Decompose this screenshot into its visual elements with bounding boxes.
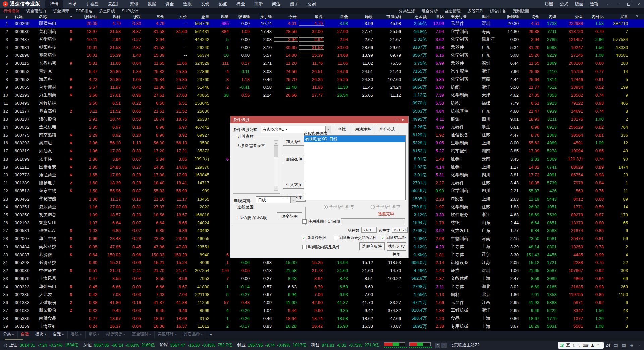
col-header-cur[interactable]: 现量 <box>211 14 231 20</box>
cell-turn[interactable]: 0.57 <box>252 284 274 289</box>
cell-name[interactable]: 威尔药业 <box>34 204 67 210</box>
usage-note-button[interactable]: 用法注释 <box>352 126 374 133</box>
cell-pct[interactable]: 1.16 <box>75 204 99 209</box>
cell-idx[interactable]: 35 <box>0 292 10 297</box>
cell-bvol[interactable]: 9 <box>606 93 630 98</box>
cell-inv[interactable]: 1738 <box>541 21 559 26</box>
cell-turn[interactable]: 0.93 <box>252 260 274 265</box>
cell-spd[interactable]: 1.09 <box>231 29 252 34</box>
cell-name[interactable]: 天键股份 <box>34 300 67 306</box>
cell-bvol[interactable]: 59 <box>606 236 630 241</box>
cell-price[interactable]: 16.37 <box>99 324 123 329</box>
cell-price[interactable]: 18.39 <box>99 180 123 185</box>
cell-vol[interactable]: 221108 <box>189 292 211 297</box>
cell-outv[interactable]: 7978 <box>559 180 585 185</box>
index-quote-深证[interactable]: 深证9867.85-60.14-0.61%2169亿 <box>83 342 155 348</box>
cell-ampl[interactable]: 5.50 <box>497 85 521 90</box>
cell-buy[interactable]: 11.65 <box>143 61 166 66</box>
cell-price[interactable]: 11.87 <box>99 85 123 90</box>
cell-avg[interactable]: 16.29 <box>521 324 541 329</box>
col-header-prev[interactable]: 昨收 <box>350 14 375 20</box>
cell-reg[interactable]: 广东 <box>477 108 497 114</box>
cell-spd[interactable]: -0.17 <box>231 324 252 329</box>
cell-pct[interactable]: 1.58 <box>75 188 99 193</box>
cell-chg[interactable]: 0.29 <box>123 180 143 185</box>
cell-open[interactable]: 26.66 <box>274 93 299 98</box>
cell-high[interactable]: 8.64 <box>299 276 325 281</box>
cell-pct[interactable]: 0.95 <box>75 244 99 249</box>
toolbar-item[interactable]: 资金博弈 <box>50 8 72 14</box>
cell-pct[interactable]: 0.24 <box>75 324 99 329</box>
cell-prev[interactable]: 24.51 <box>350 69 375 74</box>
cell-reg[interactable]: 浙江 <box>477 307 497 313</box>
cell-high[interactable]: 2.94 <box>299 37 325 42</box>
cell-prev[interactable]: 41.70 <box>350 300 375 305</box>
cell-outv[interactable]: 203160 <box>559 61 585 66</box>
cell-idx[interactable]: 20 <box>0 172 10 177</box>
cell-buy[interactable]: 8.55 <box>143 276 166 281</box>
table-row[interactable]: 3002437誉衡药业R10.112.940.272.94--44424250.… <box>0 35 644 43</box>
cell-idx[interactable]: 3 <box>0 37 10 42</box>
cell-ratio[interactable]: 1.08 <box>585 53 606 58</box>
cell-vol[interactable]: 207254 <box>189 268 211 273</box>
cell-avg[interactable]: 18.67 <box>521 316 541 321</box>
cell-high[interactable]: 31.53 <box>299 45 325 50</box>
cell-qr[interactable]: 2.27 <box>429 180 446 185</box>
cell-name[interactable]: 大北农 <box>34 292 67 298</box>
cell-chg[interactable]: 0.29 <box>123 172 143 177</box>
cell-name[interactable]: 长盈精密 <box>34 60 67 67</box>
cell-avg[interactable]: 2.94 <box>521 37 541 42</box>
filter-caret-icon[interactable]: ▼ <box>1 16 8 19</box>
cell-avg[interactable]: 55.62 <box>521 140 541 145</box>
cell-price[interactable]: 14.85 <box>99 165 123 170</box>
cell-chg[interactable]: 0.03 <box>123 308 143 313</box>
cell-mark[interactable]: R <box>67 173 75 177</box>
cell-vol[interactable]: 27866 <box>189 69 211 74</box>
cell-idx[interactable]: 14 <box>0 125 10 130</box>
toolbar-item[interactable]: SUP统计 <box>118 8 142 14</box>
checkbox-updown-period[interactable]: 使用涨跌不定周期 <box>302 219 340 224</box>
cell-pct[interactable]: 4.23 <box>75 77 99 82</box>
cell-pct[interactable]: 1.65 <box>75 172 99 177</box>
cell-outv[interactable]: 222988 <box>559 21 585 26</box>
cell-inv[interactable]: 5443 <box>541 196 559 202</box>
cell-inv[interactable]: 9229 <box>541 53 559 58</box>
cell-amt[interactable]: 8567万 <box>403 52 429 58</box>
cell-mark[interactable]: K <box>67 141 75 145</box>
cell-high[interactable]: 26.35 <box>299 77 325 82</box>
cell-idx[interactable]: 19 <box>0 165 10 170</box>
cell-ampl[interactable]: 3.81 <box>497 172 521 177</box>
cell-name[interactable]: 华灿光电 <box>34 283 67 290</box>
cell-ind[interactable]: 半导体 <box>446 283 477 290</box>
cell-chg[interactable]: 0.03 <box>123 292 143 297</box>
execute-pick-button[interactable]: 执行选股 <box>387 242 406 250</box>
toolbar-item[interactable]: DDE排名 <box>72 8 96 14</box>
cell-buy[interactable]: 31.58 <box>143 29 166 34</box>
tray-icon-0[interactable]: ▤ <box>614 343 618 348</box>
cell-bvol[interactable]: 336 <box>606 133 630 138</box>
cell-pct[interactable]: 0.43 <box>75 292 99 297</box>
cell-turn[interactable]: 4.09 <box>252 300 274 305</box>
cell-ampl[interactable]: 2.44 <box>497 220 521 225</box>
cell-outv[interactable]: 119755 <box>559 292 585 297</box>
cell-idx[interactable]: 31 <box>0 260 10 265</box>
cell-sell[interactable]: 23.49 <box>166 236 189 241</box>
cell-qr[interactable]: 1.48 <box>429 157 446 162</box>
toolbar-item[interactable]: 多股同列 <box>464 8 487 14</box>
cell-vol[interactable]: 11612 <box>189 324 211 329</box>
cell-chg[interactable]: 2.87 <box>123 45 143 50</box>
cell-amt[interactable]: 588.4万 <box>403 315 429 321</box>
cell-code[interactable]: 600137 <box>10 117 34 122</box>
menu-item[interactable]: 问达 <box>267 0 285 8</box>
cell-inv[interactable]: 3089 <box>541 276 559 281</box>
cell-amt[interactable]: 7155万 <box>403 68 429 74</box>
table-row[interactable]: 1300269联建光电20.054.790.804.79--5647266850… <box>0 19 644 28</box>
cell-idx[interactable]: 39 <box>0 324 10 329</box>
cell-reg[interactable]: 广东 <box>477 44 497 50</box>
cell-idx[interactable]: 4 <box>0 45 10 50</box>
cell-inv[interactable]: 0939 <box>541 108 559 114</box>
cell-cur[interactable]: 685 <box>211 21 231 26</box>
cell-chg[interactable]: 0.20 <box>123 133 143 138</box>
col-header-ratio[interactable]: 内外比 <box>585 14 606 20</box>
ime-tool-icon[interactable]: ♟ <box>591 343 594 348</box>
